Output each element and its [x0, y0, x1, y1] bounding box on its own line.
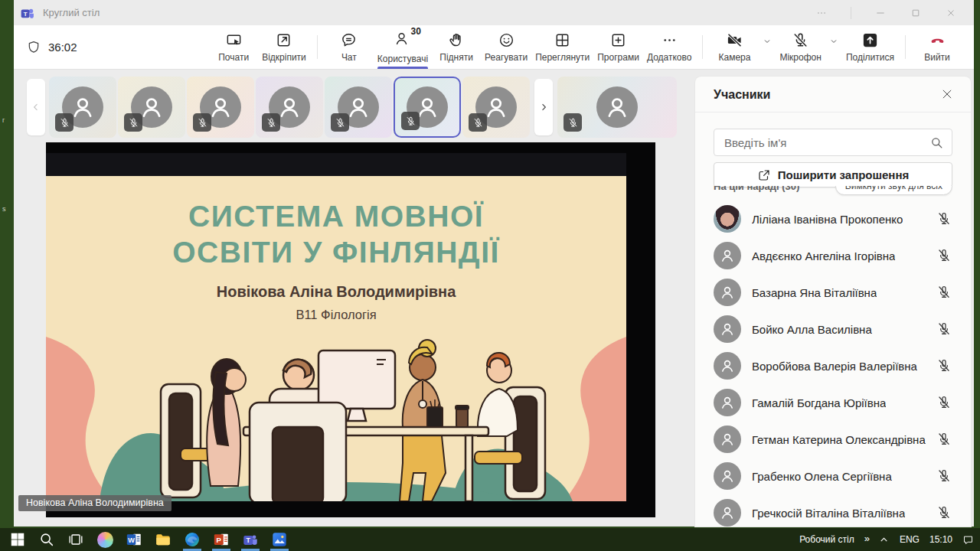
camera-button[interactable]: Камера: [710, 25, 759, 69]
search-input[interactable]: [723, 135, 929, 150]
toolbar-separator: [317, 35, 318, 59]
view-button[interactable]: Переглянути: [531, 25, 593, 69]
taskbar-edge-button[interactable]: [178, 528, 207, 551]
toolbar-label: Мікрофон: [779, 52, 821, 63]
slide-illustration: [46, 337, 626, 501]
pop-out-icon: [275, 31, 292, 49]
participant-mic-muted-icon[interactable]: [936, 284, 952, 301]
photos-icon: [271, 531, 288, 548]
participant-avatar: [714, 205, 741, 233]
microphone-button[interactable]: Мікрофон: [776, 25, 825, 69]
participant-row[interactable]: Базарна Яна Віталіївна: [714, 274, 952, 311]
taskbar-word-button[interactable]: W: [119, 528, 149, 551]
desktop-icon-label-fragment: г: [2, 116, 5, 124]
filmstrip-scroll-left-button[interactable]: [27, 79, 45, 135]
participant-row[interactable]: Гамалій Богдана Юріївна: [714, 384, 952, 421]
camera-options-chevron[interactable]: [759, 13, 776, 69]
taskbar-search-button[interactable]: [32, 528, 61, 551]
desktop-toolbar-label[interactable]: Робочий стіл: [799, 534, 854, 545]
participant-name: Гамалій Богдана Юріївна: [752, 396, 886, 409]
participant-video-tile-wide[interactable]: [557, 77, 677, 138]
react-button[interactable]: Реагувати: [481, 25, 531, 69]
participants-button[interactable]: 30 Користувачі: [374, 25, 432, 69]
taskbar-teams-button[interactable]: T: [236, 528, 265, 551]
window-close-button[interactable]: [945, 7, 957, 19]
close-panel-button[interactable]: [940, 87, 956, 103]
participant-name: Грабенко Олена Сергіївна: [752, 470, 892, 483]
participant-mic-muted-icon[interactable]: [936, 210, 952, 227]
participant-video-tile[interactable]: [187, 77, 254, 138]
notification-icon[interactable]: [962, 534, 974, 546]
taskbar-start-button[interactable]: [3, 528, 32, 551]
participant-row[interactable]: Воробйова Валерія Валеріївна: [714, 347, 952, 384]
more-options-button[interactable]: Додатково: [643, 25, 696, 69]
toolbar-overflow-chevron[interactable]: »: [864, 533, 868, 544]
mic-muted-badge: [469, 113, 487, 132]
participant-avatar: [714, 352, 741, 380]
participant-row[interactable]: Гречкосій Віталіна Віталіївна: [714, 494, 952, 527]
participant-row[interactable]: Бойко Алла Василівна: [714, 311, 952, 347]
participant-mic-muted-icon[interactable]: [936, 321, 952, 337]
raise-hand-button[interactable]: Підняти: [432, 25, 481, 69]
edge-icon: [184, 531, 201, 548]
participant-mic-muted-icon[interactable]: [936, 431, 952, 448]
svg-text:W: W: [128, 536, 135, 544]
share-invite-icon: [757, 168, 771, 182]
participant-avatar: [714, 389, 741, 416]
show-hidden-icons-chevron[interactable]: [878, 534, 890, 546]
taskbar-photos-button[interactable]: [265, 528, 294, 551]
participant-avatar: [714, 462, 741, 490]
svg-text:T: T: [24, 10, 28, 17]
participant-video-tile[interactable]: [462, 77, 530, 138]
timer-value: 36:02: [48, 41, 77, 54]
share-invite-button[interactable]: Поширити запрошення: [714, 162, 952, 187]
participant-video-tile[interactable]: [118, 77, 185, 138]
microphone-options-chevron[interactable]: [825, 13, 842, 69]
participant-video-tile[interactable]: [256, 77, 323, 138]
participant-video-tile[interactable]: [394, 77, 461, 138]
participant-avatar: [714, 499, 741, 527]
ellipsis-icon: [661, 31, 678, 49]
unpin-button[interactable]: Відкріпити: [258, 25, 310, 69]
taskbar-powerpoint-button[interactable]: P: [207, 528, 236, 551]
filmstrip-scroll-right-button[interactable]: [534, 79, 553, 135]
participant-row[interactable]: Ліліана Іванівна Прокопенко: [714, 201, 952, 237]
taskbar-task-view-button[interactable]: [61, 528, 90, 551]
participant-video-tile[interactable]: [49, 77, 116, 138]
window-minimize-button[interactable]: [874, 7, 887, 19]
participant-mic-muted-icon[interactable]: [936, 504, 952, 521]
start-sharing-button[interactable]: Почати: [209, 25, 258, 69]
mute-all-button[interactable]: Вимкнути звук для всіх: [835, 186, 952, 195]
presentation-slide: СИСТЕМА МОВНОЇОСВІТИ У ФІНЛЯНДІЇ Новіков…: [46, 176, 626, 501]
toolbar-label: Користувачі: [377, 54, 428, 64]
chat-button[interactable]: Чат: [325, 25, 374, 69]
toolbar-separator: [702, 35, 703, 59]
participant-video-tile[interactable]: [325, 77, 392, 138]
taskbar-copilot-button[interactable]: [90, 528, 119, 551]
participant-mic-muted-icon[interactable]: [936, 468, 952, 484]
teams-icon: T: [242, 531, 259, 548]
word-icon: W: [126, 531, 142, 548]
chat-icon: [340, 31, 358, 49]
participant-row[interactable]: Авдєєнко Ангеліна Ігорівна: [714, 237, 952, 274]
apps-button[interactable]: Програми: [593, 25, 643, 69]
chevron-right-icon: [538, 102, 549, 112]
svg-text:T: T: [247, 536, 251, 544]
participants-panel: Учасники Поширити запрошення На цій нара…: [695, 77, 971, 527]
participant-row[interactable]: Гетман Катерина Олександрівна: [714, 421, 952, 458]
clock[interactable]: 15:10: [929, 534, 952, 545]
share-content-button[interactable]: Поділитися: [842, 25, 898, 69]
participant-mic-muted-icon[interactable]: [936, 357, 952, 374]
participant-row[interactable]: Грабенко Олена Сергіївна: [714, 458, 952, 494]
participant-search[interactable]: [714, 129, 952, 156]
window-maximize-button[interactable]: [910, 7, 922, 19]
toolbar-label: Почати: [218, 52, 249, 63]
language-indicator[interactable]: ENG: [900, 534, 920, 545]
leave-button[interactable]: Вийти: [913, 25, 962, 69]
presenter-name-label: Новікова Аліна Володимирівна: [18, 495, 172, 511]
participant-mic-muted-icon[interactable]: [936, 394, 952, 411]
mic-muted-badge: [55, 113, 74, 132]
participant-mic-muted-icon[interactable]: [936, 247, 952, 264]
people-icon: [394, 30, 411, 47]
taskbar-file-explorer-button[interactable]: [149, 528, 178, 551]
